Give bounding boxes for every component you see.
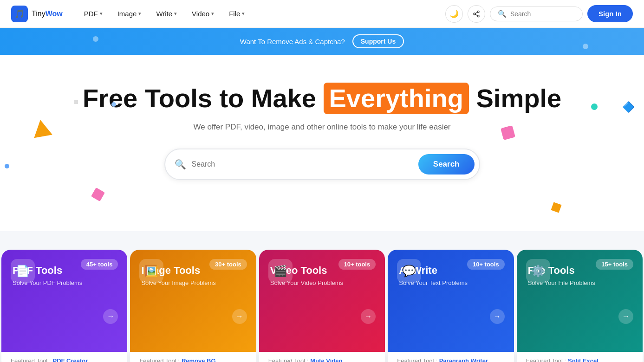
nav-search-input[interactable]: [510, 10, 575, 18]
chevron-down-icon: ▾: [138, 11, 141, 17]
pdf-footer: Featured Tool : PDF Creator: [1, 352, 127, 362]
search-icon: 🔍: [498, 10, 507, 18]
video-icon: 🎬: [268, 259, 293, 283]
svg-point-1: [474, 13, 475, 15]
svg-line-3: [475, 14, 478, 16]
ai-featured-label: Featured Tool :: [397, 357, 437, 362]
image-footer: Featured Tool : Remove BG: [130, 352, 256, 362]
hero-title: Free Tools to Make Everything Simple: [9, 83, 635, 114]
file-featured-link[interactable]: Split Excel: [568, 357, 598, 362]
banner-text: Want To Remove Ads & Captcha?: [240, 38, 345, 45]
nav-right: 🌙 🔍 Sign In: [445, 5, 633, 23]
card-wrapper-pdf: 45+ tools 📄 → PDF Tools Solve Your PDF P…: [1, 250, 127, 362]
pdf-featured-link[interactable]: PDF Creator: [52, 357, 88, 362]
hero-search-container: 🔍 Search: [160, 149, 485, 180]
decorative-shape: [591, 103, 598, 110]
ai-icon: 💬: [397, 259, 421, 283]
hero-search-input[interactable]: [192, 160, 418, 168]
ai-badge: 10+ tools: [467, 259, 505, 270]
image-featured-link[interactable]: Remove BG: [182, 357, 216, 362]
decorative-shape: [91, 187, 105, 201]
svg-line-4: [475, 12, 478, 13]
card-wrapper-ai: 10+ tools 💬 → AI Write Solve Your Text P…: [388, 250, 514, 362]
pdf-featured-label: Featured Tool :: [11, 357, 51, 362]
nav-links: PDF ▾ Image ▾ Write ▾ Video ▾ File ▾: [78, 6, 445, 21]
nav-item-video[interactable]: Video ▾: [185, 6, 221, 21]
logo[interactable]: 🎵 TinyWow: [11, 6, 63, 22]
arrow-icon: →: [618, 309, 633, 324]
hero-section: 🔷 Free Tools to Make Everything Simple W…: [0, 55, 644, 231]
dark-mode-button[interactable]: 🌙: [445, 5, 463, 23]
file-badge: 15+ tools: [596, 259, 633, 270]
ai-footer: Featured Tool : Paragraph Writer: [388, 352, 514, 362]
file-icon: ⚙️: [526, 259, 550, 283]
nav-item-file[interactable]: File ▾: [222, 6, 251, 21]
card-wrapper-file: 15+ tools ⚙️ → File Tools Solve Your Fil…: [517, 250, 643, 362]
tool-cards-section: 45+ tools 📄 → PDF Tools Solve Your PDF P…: [0, 231, 644, 362]
svg-point-2: [477, 15, 479, 17]
file-featured-label: Featured Tool :: [526, 357, 566, 362]
nav-search-bar[interactable]: 🔍: [490, 6, 583, 21]
navbar: 🎵 TinyWow PDF ▾ Image ▾ Write ▾ Video ▾ …: [0, 0, 644, 28]
nav-item-image[interactable]: Image ▾: [111, 6, 148, 21]
decorative-dot: [74, 100, 78, 104]
sign-in-button[interactable]: Sign In: [587, 5, 633, 22]
logo-icon: 🎵: [11, 6, 28, 22]
image-featured-label: Featured Tool :: [139, 357, 179, 362]
video-featured-label: Featured Tool :: [268, 357, 308, 362]
file-footer: Featured Tool : Split Excel: [517, 352, 643, 362]
hero-subtitle: We offer PDF, video, image and other onl…: [9, 123, 635, 132]
hero-search-box[interactable]: 🔍 Search: [164, 149, 480, 180]
chevron-down-icon: ▾: [100, 11, 103, 17]
pdf-icon: 📄: [11, 259, 35, 283]
arrow-icon: →: [361, 309, 376, 324]
image-tools-card[interactable]: 30+ tools 🖼️ → Image Tools Solve Your Im…: [130, 250, 256, 352]
decorative-gem: 🔷: [622, 101, 635, 113]
image-badge: 30+ tools: [209, 259, 247, 270]
video-tools-card[interactable]: 10+ tools 🎬 → Video Tools Solve Your Vid…: [259, 250, 385, 352]
arrow-icon: →: [103, 309, 118, 324]
video-featured-link[interactable]: Mute Video: [310, 357, 342, 362]
ai-featured-link[interactable]: Paragraph Writer: [439, 357, 488, 362]
ai-tools-card[interactable]: 10+ tools 💬 → AI Write Solve Your Text P…: [388, 250, 514, 352]
chevron-down-icon: ▾: [242, 11, 245, 17]
decorative-dot: [5, 164, 9, 168]
pdf-badge: 45+ tools: [81, 259, 118, 270]
decorative-shape: [551, 202, 561, 213]
share-button[interactable]: [468, 5, 485, 23]
svg-point-0: [477, 11, 479, 13]
card-wrapper-image: 30+ tools 🖼️ → Image Tools Solve Your Im…: [130, 250, 256, 362]
decorative-shape: [111, 102, 116, 107]
decorative-shape: [31, 118, 52, 138]
hero-search-button[interactable]: Search: [418, 154, 475, 175]
arrow-icon: →: [232, 309, 247, 324]
promo-banner: Want To Remove Ads & Captcha? Support Us: [0, 28, 644, 55]
chevron-down-icon: ▾: [211, 11, 214, 17]
file-tools-card[interactable]: 15+ tools ⚙️ → File Tools Solve Your Fil…: [517, 250, 643, 352]
chevron-down-icon: ▾: [174, 11, 177, 17]
nav-item-pdf[interactable]: PDF ▾: [78, 6, 109, 21]
video-badge: 10+ tools: [338, 259, 376, 270]
card-wrapper-video: 10+ tools 🎬 → Video Tools Solve Your Vid…: [259, 250, 385, 362]
nav-item-write[interactable]: Write ▾: [150, 6, 183, 21]
search-icon: 🔍: [175, 159, 186, 170]
video-footer: Featured Tool : Mute Video: [259, 352, 385, 362]
logo-text: TinyWow: [32, 10, 63, 18]
support-us-button[interactable]: Support Us: [352, 34, 404, 48]
pdf-tools-card[interactable]: 45+ tools 📄 → PDF Tools Solve Your PDF P…: [1, 250, 127, 352]
arrow-icon: →: [490, 309, 505, 324]
image-icon: 🖼️: [139, 259, 163, 283]
